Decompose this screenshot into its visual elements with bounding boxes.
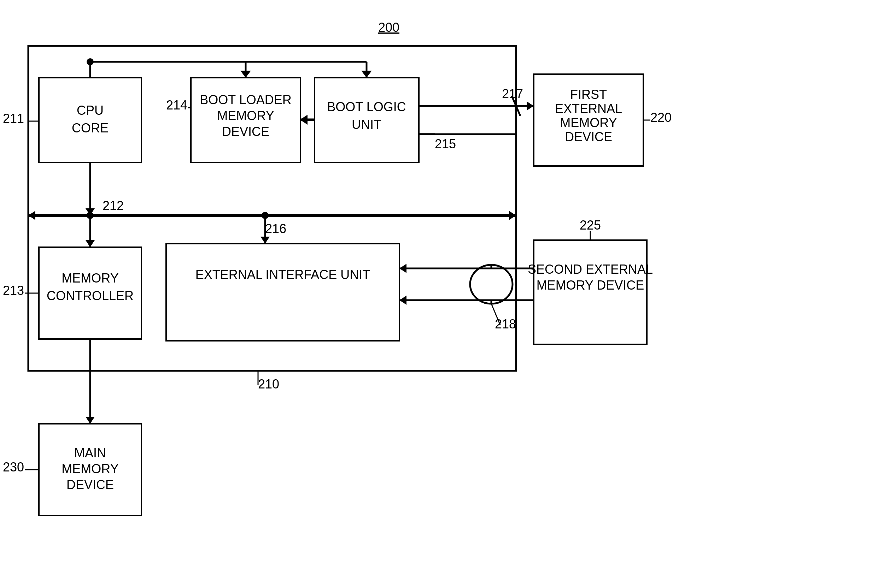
- ref-216: 216: [265, 221, 286, 236]
- boot-logic-label-2: UNIT: [352, 117, 381, 132]
- boot-logic-label-1: BOOT LOGIC: [327, 100, 406, 114]
- svg-point-38: [470, 265, 513, 304]
- svg-marker-31: [260, 237, 270, 244]
- svg-point-43: [87, 212, 94, 219]
- cpu-core-box: [39, 78, 141, 162]
- cpu-core-label-1: CPU: [77, 103, 104, 118]
- svg-marker-12: [361, 70, 372, 78]
- svg-marker-22: [301, 116, 308, 124]
- first-ext-mem-label-1: FIRST: [570, 87, 607, 102]
- second-ext-mem-label-2: MEMORY DEVICE: [537, 278, 644, 292]
- cpu-core-label-2: CORE: [72, 121, 108, 135]
- ref-225: 225: [580, 218, 601, 232]
- ref-220: 220: [650, 110, 672, 124]
- svg-marker-37: [399, 296, 406, 305]
- boot-loader-label-3: DEVICE: [222, 124, 269, 139]
- svg-marker-16: [527, 101, 534, 111]
- svg-point-44: [262, 212, 269, 219]
- ref-214: 214: [166, 98, 187, 112]
- ref-210: 210: [258, 377, 279, 391]
- first-ext-mem-label-3: MEMORY: [560, 116, 617, 130]
- mem-controller-label-1: MEMORY: [62, 271, 119, 285]
- boot-loader-label-2: MEMORY: [217, 108, 274, 123]
- main-memory-label-1: MAIN: [74, 446, 106, 460]
- diagram-container: 200 CPU CORE 211 BOOT LOADER MEMORY DEVI…: [0, 0, 872, 588]
- svg-marker-35: [399, 264, 406, 273]
- svg-marker-33: [86, 417, 95, 424]
- svg-marker-26: [28, 211, 35, 220]
- ref-213: 213: [3, 283, 24, 298]
- svg-marker-27: [509, 211, 516, 220]
- ref-211: 211: [3, 111, 24, 126]
- svg-marker-29: [86, 240, 95, 247]
- ext-interface-label-1: EXTERNAL INTERFACE UNIT: [195, 267, 370, 282]
- main-memory-label-3: DEVICE: [66, 477, 114, 492]
- second-ext-mem-label-1: SECOND EXTERNAL: [528, 262, 653, 276]
- first-ext-mem-label-4: DEVICE: [565, 130, 612, 144]
- svg-point-45: [87, 58, 94, 65]
- ext-interface-box: [166, 244, 399, 341]
- ref-215: 215: [435, 136, 456, 151]
- ref-230: 230: [3, 460, 24, 474]
- diagram-title: 200: [378, 20, 399, 34]
- mem-controller-label-2: CONTROLLER: [47, 288, 134, 303]
- main-memory-label-2: MEMORY: [62, 462, 119, 476]
- ref-212: 212: [102, 198, 124, 213]
- svg-marker-10: [241, 70, 251, 78]
- first-ext-mem-label-2: EXTERNAL: [555, 101, 622, 116]
- boot-loader-label-1: BOOT LOADER: [200, 93, 291, 107]
